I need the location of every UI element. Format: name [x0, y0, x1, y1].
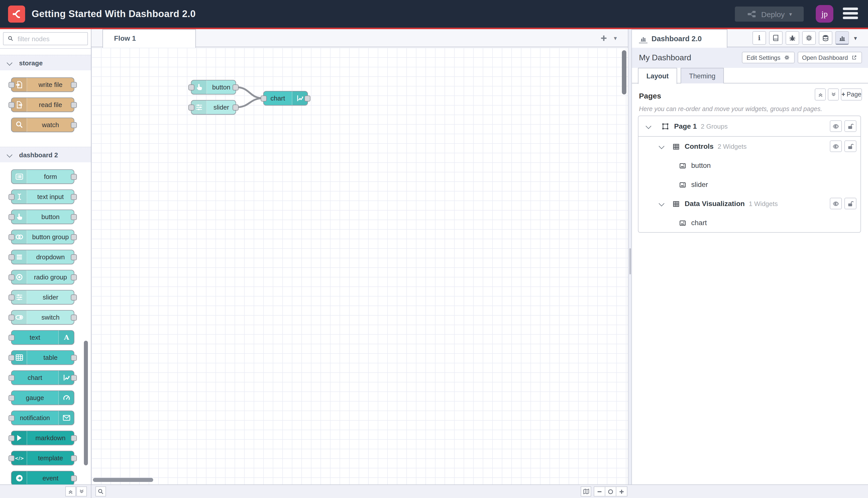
input-port[interactable]	[9, 355, 15, 361]
wire-slider-chart[interactable]	[236, 98, 263, 107]
input-port[interactable]	[9, 455, 15, 461]
input-port[interactable]	[9, 395, 15, 401]
output-port[interactable]	[71, 274, 77, 280]
expand-all-button[interactable]	[828, 89, 839, 101]
input-port[interactable]	[9, 214, 15, 220]
input-port[interactable]	[9, 254, 15, 260]
flow-tab[interactable]: Flow 1	[103, 29, 196, 48]
tab-theming[interactable]: Theming	[681, 68, 724, 83]
output-port[interactable]	[71, 294, 77, 300]
output-port[interactable]	[71, 375, 77, 381]
zoom-reset-button[interactable]	[605, 487, 616, 496]
palette-node-slider[interactable]: slider	[11, 290, 74, 304]
tree-row-widget-button[interactable]: button	[639, 156, 860, 175]
add-flow-button[interactable]	[599, 33, 609, 43]
input-port[interactable]	[9, 194, 15, 200]
output-port[interactable]	[71, 254, 77, 260]
visibility-button[interactable]	[830, 141, 842, 152]
palette-node-form[interactable]: form	[11, 169, 74, 184]
palette-filter-input[interactable]	[16, 35, 88, 43]
debug-tab-button[interactable]	[786, 31, 799, 45]
palette-node-table[interactable]: table	[11, 350, 74, 365]
palette-category-storage[interactable]: storage	[0, 55, 91, 70]
output-port[interactable]	[71, 314, 77, 320]
palette-node-radio-group[interactable]: radio group	[11, 270, 74, 285]
canvas-vertical-scrollbar[interactable]	[622, 50, 626, 94]
unlock-button[interactable]	[844, 141, 856, 152]
output-port[interactable]	[71, 194, 77, 200]
unlock-button[interactable]	[844, 120, 856, 132]
input-port[interactable]	[188, 104, 195, 110]
zoom-out-button[interactable]	[594, 487, 605, 496]
tree-row-page-1[interactable]: Page 1 2 Groups	[639, 116, 860, 137]
info-tab-button[interactable]	[752, 31, 766, 45]
palette-expand-all-button[interactable]	[76, 486, 87, 497]
palette-node-text-input[interactable]: text input	[11, 189, 74, 204]
palette-scrollbar[interactable]	[84, 341, 88, 466]
tab-layout[interactable]: Layout	[638, 68, 677, 84]
canvas-node-button[interactable]: button	[191, 80, 236, 94]
palette-node-template[interactable]: template	[11, 451, 74, 466]
palette-node-button[interactable]: button	[11, 210, 74, 224]
visibility-button[interactable]	[830, 198, 842, 209]
palette-node-write-file[interactable]: write file	[11, 77, 74, 92]
config-tab-button[interactable]	[802, 31, 816, 45]
palette-node-read-file[interactable]: read file	[11, 97, 74, 112]
context-tab-button[interactable]	[819, 31, 832, 45]
input-port[interactable]	[9, 314, 15, 320]
output-port[interactable]	[232, 104, 239, 110]
user-avatar[interactable]: jp	[816, 5, 833, 23]
input-port[interactable]	[261, 95, 267, 101]
main-menu-button[interactable]	[843, 8, 858, 19]
input-port[interactable]	[188, 84, 195, 90]
flow-canvas[interactable]: button slider chart	[91, 48, 628, 484]
palette-node-notification[interactable]: notification	[11, 410, 74, 425]
output-port[interactable]	[71, 82, 77, 88]
palette-node-watch[interactable]: watch	[11, 118, 74, 132]
visibility-button[interactable]	[830, 120, 842, 132]
output-port[interactable]	[71, 214, 77, 220]
tree-row-widget-chart[interactable]: chart	[639, 213, 860, 232]
chevron-down-icon[interactable]	[659, 143, 665, 149]
separator-grip[interactable]	[629, 248, 631, 274]
palette-node-gauge[interactable]: gauge	[11, 391, 74, 405]
canvas-node-slider[interactable]: slider	[191, 100, 236, 115]
unlock-button[interactable]	[844, 198, 856, 209]
tree-row-widget-slider[interactable]: slider	[639, 175, 860, 194]
edit-settings-button[interactable]: Edit Settings	[742, 52, 794, 63]
palette-node-markdown[interactable]: markdown	[11, 431, 74, 445]
chevron-down-icon[interactable]	[646, 123, 652, 129]
wire-button-chart[interactable]	[236, 87, 263, 98]
navigator-map-button[interactable]	[581, 486, 591, 497]
output-port[interactable]	[71, 435, 77, 441]
output-port[interactable]	[304, 95, 310, 101]
input-port[interactable]	[9, 294, 15, 300]
input-port[interactable]	[9, 82, 15, 88]
dashboard-tab-button[interactable]	[835, 31, 849, 45]
input-port[interactable]	[9, 375, 15, 381]
palette-category-dashboard-2[interactable]: dashboard 2	[0, 147, 91, 162]
sidebar-tab-dashboard[interactable]: Dashboard 2.0	[632, 29, 727, 48]
palette-node-text[interactable]: text	[11, 330, 74, 345]
add-page-button[interactable]: +Page	[841, 89, 862, 101]
palette-node-switch[interactable]: switch	[11, 310, 74, 325]
input-port[interactable]	[9, 234, 15, 240]
tree-row-group-controls[interactable]: Controls 2 Widgets	[639, 137, 860, 156]
zoom-in-button[interactable]	[616, 487, 627, 496]
collapse-all-button[interactable]	[815, 89, 826, 101]
deploy-caret-icon[interactable]: ▾	[789, 11, 792, 17]
canvas-horizontal-scrollbar[interactable]	[93, 478, 153, 482]
output-port[interactable]	[71, 122, 77, 128]
output-port[interactable]	[232, 84, 239, 90]
sidebar-separator[interactable]	[628, 29, 632, 498]
palette-collapse-all-button[interactable]	[65, 486, 76, 497]
output-port[interactable]	[71, 234, 77, 240]
palette-node-chart[interactable]: chart	[11, 370, 74, 385]
help-tab-button[interactable]	[769, 31, 783, 45]
input-port[interactable]	[9, 335, 15, 340]
canvas-node-chart[interactable]: chart	[263, 91, 308, 106]
palette-node-button-group[interactable]: button group	[11, 230, 74, 244]
tree-row-group-data-visualization[interactable]: Data Visualization 1 Widgets	[639, 194, 860, 213]
output-port[interactable]	[71, 475, 77, 481]
open-dashboard-button[interactable]: Open Dashboard	[798, 52, 862, 63]
